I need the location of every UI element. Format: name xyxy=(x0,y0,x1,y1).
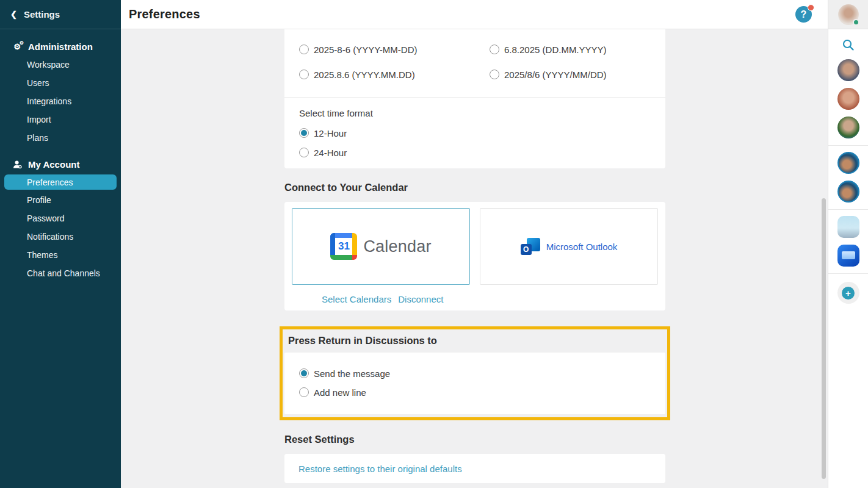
section-label: My Account xyxy=(28,159,79,170)
radio-button-icon xyxy=(490,70,499,79)
main-panel: Preferences ? 2025-8-6 (YYYY-MM-DD) xyxy=(121,0,828,488)
divider xyxy=(828,145,868,146)
outlook-label: Microsoft Outlook xyxy=(546,242,618,252)
page-header: Preferences ? xyxy=(121,0,828,29)
current-user-cell xyxy=(828,0,868,29)
google-calendar-label: Calendar xyxy=(363,237,431,256)
radio-12-hour[interactable]: 12-Hour xyxy=(299,126,651,140)
sidebar-item-themes[interactable]: Themes xyxy=(0,246,121,264)
online-status-dot xyxy=(853,19,859,26)
radio-button-icon xyxy=(299,70,309,79)
settings-sidebar: ❮ Settings ⚙ ⚙ Administration Workspace … xyxy=(0,0,121,488)
plus-icon: + xyxy=(842,287,855,300)
cogs-icon: ⚙ ⚙ xyxy=(12,43,22,51)
radio-button-icon xyxy=(490,45,499,54)
sidebar-item-workspace[interactable]: Workspace xyxy=(0,56,121,74)
administration-items: Workspace Users Integrations Import Plan… xyxy=(0,56,121,147)
radio-date-format-dd-mm-yyyy[interactable]: 6.8.2025 (DD.MM.YYYY) xyxy=(490,42,665,57)
date-format-options: 2025-8-6 (YYYY-MM-DD) 6.8.2025 (DD.MM.YY… xyxy=(284,29,665,97)
select-calendars-link[interactable]: Select Calendars xyxy=(322,294,391,304)
sidebar-item-password[interactable]: Password xyxy=(0,209,121,228)
sidebar-item-plans[interactable]: Plans xyxy=(0,129,121,147)
user-gear-icon xyxy=(12,160,22,169)
radio-button-selected-icon xyxy=(299,368,309,378)
current-user-avatar[interactable] xyxy=(838,4,859,25)
sidebar-item-notifications[interactable]: Notifications xyxy=(0,228,121,246)
project-avatar-2[interactable] xyxy=(837,245,859,267)
radio-button-icon xyxy=(299,387,309,397)
date-time-format-card: 2025-8-6 (YYYY-MM-DD) 6.8.2025 (DD.MM.YY… xyxy=(284,29,665,168)
disconnect-link[interactable]: Disconnect xyxy=(398,294,443,304)
time-format-label: Select time format xyxy=(299,107,651,120)
user-avatar-1[interactable] xyxy=(837,59,859,81)
radio-date-format-yyyy-mm-dd[interactable]: 2025-8-6 (YYYY-MM-DD) xyxy=(299,42,490,57)
reset-settings-heading: Reset Settings xyxy=(284,434,665,445)
connect-calendar-heading: Connect to Your Calendar xyxy=(284,182,665,193)
help-button[interactable]: ? xyxy=(795,6,812,23)
google-calendar-tile[interactable]: 31 Calendar xyxy=(292,208,470,285)
add-button[interactable]: + xyxy=(837,282,859,304)
search-icon xyxy=(842,38,855,51)
sidebar-back-header[interactable]: ❮ Settings xyxy=(0,0,121,29)
radio-date-format-yyyy-slash[interactable]: 2025/8/6 (YYYY/MM/DD) xyxy=(490,67,665,82)
my-account-items: Preferences Profile Password Notificatio… xyxy=(0,173,121,282)
preferences-scroll-area: 2025-8-6 (YYYY-MM-DD) 6.8.2025 (DD.MM.YY… xyxy=(121,29,828,488)
microsoft-outlook-tile[interactable]: O Microsoft Outlook xyxy=(480,208,658,285)
sidebar-item-chat-and-channels[interactable]: Chat and Channels xyxy=(0,264,121,282)
vertical-scrollbar[interactable] xyxy=(822,198,826,479)
press-return-highlight-section: Press Return in Discussions to Send the … xyxy=(280,326,670,420)
calendar-connect-card: 31 Calendar O Microsoft Outlook xyxy=(284,202,665,310)
radio-24-hour[interactable]: 24-Hour xyxy=(299,145,651,160)
back-chevron-icon: ❮ xyxy=(10,10,17,19)
radio-send-the-message[interactable]: Send the message xyxy=(299,366,665,381)
divider xyxy=(828,209,868,210)
radio-button-icon xyxy=(299,45,309,54)
question-mark-icon: ? xyxy=(801,9,807,20)
sidebar-item-users[interactable]: Users xyxy=(0,74,121,92)
sidebar-item-preferences[interactable]: Preferences xyxy=(4,174,117,190)
divider xyxy=(828,273,868,274)
time-format-section: Select time format 12-Hour 24-Hour xyxy=(284,98,665,168)
people-rail: + xyxy=(828,0,868,488)
user-avatar-3[interactable] xyxy=(837,117,859,138)
sidebar-item-import[interactable]: Import xyxy=(0,110,121,129)
sidebar-item-integrations[interactable]: Integrations xyxy=(0,92,121,110)
radio-button-selected-icon xyxy=(299,128,309,138)
press-return-heading: Press Return in Discussions to xyxy=(283,329,667,353)
search-button[interactable] xyxy=(839,35,858,54)
sidebar-title: Settings xyxy=(24,9,60,20)
outlook-icon: O xyxy=(521,238,540,255)
project-avatar-1[interactable] xyxy=(837,216,859,238)
user-avatar-2[interactable] xyxy=(837,88,859,110)
reset-settings-card: Restore settings to their original defau… xyxy=(284,454,665,483)
section-my-account: My Account xyxy=(0,155,121,173)
radio-date-format-yyyy-dot[interactable]: 2025.8.6 (YYYY.MM.DD) xyxy=(299,67,490,82)
radio-button-icon xyxy=(299,148,309,157)
app-window: ❮ Settings ⚙ ⚙ Administration Workspace … xyxy=(0,0,868,488)
google-calendar-icon: 31 xyxy=(330,233,357,260)
page-title: Preferences xyxy=(129,7,200,21)
restore-defaults-link[interactable]: Restore settings to their original defau… xyxy=(298,464,462,474)
section-label: Administration xyxy=(28,41,93,52)
team-avatar-1[interactable] xyxy=(837,152,859,174)
radio-add-new-line[interactable]: Add new line xyxy=(299,385,665,400)
team-avatar-2[interactable] xyxy=(837,181,859,203)
sidebar-item-profile[interactable]: Profile xyxy=(0,191,121,209)
section-administration: ⚙ ⚙ Administration xyxy=(0,37,121,56)
press-return-card: Send the message Add new line xyxy=(284,353,665,414)
notification-badge xyxy=(808,4,814,11)
